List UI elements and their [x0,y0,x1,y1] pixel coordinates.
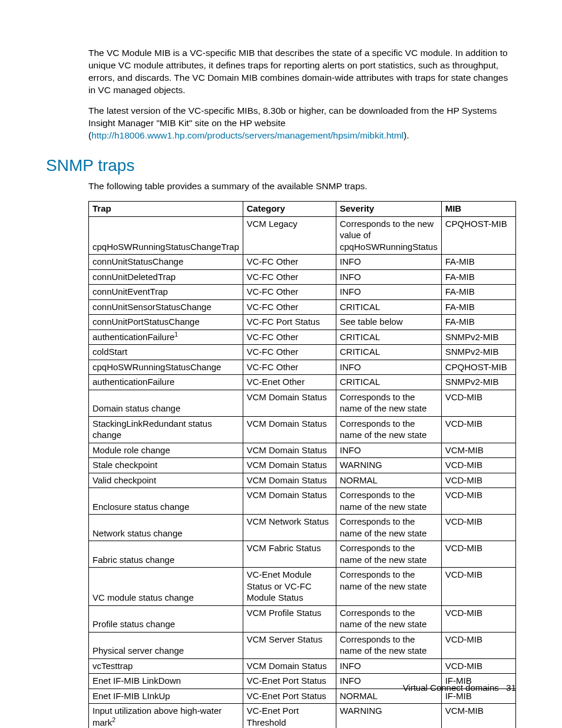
cell-category: VCM Domain Status [243,658,336,674]
paragraph-2: The latest version of the VC-specific MI… [88,105,516,142]
cell-severity: INFO [336,255,441,270]
cell-mib: VCD-MIB [441,390,515,416]
footnote-ref: 2 [112,716,115,723]
cell-mib: CPQHOST-MIB [441,360,515,375]
cell-category: VCM Network Status [243,515,336,541]
cell-category: VCM Domain Status [243,390,336,416]
cell-trap: vcTesttrap [89,658,243,674]
cell-trap: VC module status change [89,568,243,606]
cell-severity: CRITICAL [336,375,441,390]
table-row: connUnitSensorStatusChangeVC-FC OtherCRI… [89,299,516,315]
cell-severity: Corresponds to the name of the new state [336,605,441,632]
cell-severity: CRITICAL [336,299,441,315]
header-trap: Trap [89,202,243,217]
cell-mib: FA-MIB [441,255,515,270]
cell-severity: WARNING [336,704,441,728]
table-row: Physical server changeVCM Server StatusC… [89,632,516,658]
snmp-traps-table: Trap Category Severity MIB cpqHoSWRunnin… [88,201,516,728]
cell-trap: connUnitStatusChange [89,255,243,270]
table-row: VC module status changeVC-Enet Module St… [89,568,516,606]
header-mib: MIB [441,202,515,217]
cell-category: VCM Domain Status [243,473,336,488]
mibkit-link[interactable]: http://h18006.www1.hp.com/products/serve… [91,130,404,140]
cell-severity: NORMAL [336,473,441,488]
cell-trap: Domain status change [89,390,243,416]
paragraph-1: The VC Module MIB is a VC-specific MIB t… [88,47,516,97]
table-row: cpqHoSWRunningStatusChangeVC-FC OtherINF… [89,360,516,375]
table-row: vcTesttrapVCM Domain StatusINFOVCD-MIB [89,658,516,674]
cell-category: VC-Enet Port Status [243,674,336,689]
cell-trap: cpqHoSWRunningStatusChangeTrap [89,216,243,255]
cell-trap: Enet IF-MIB LinkDown [89,674,243,689]
cell-category: VC-FC Other [243,255,336,270]
cell-mib: VCD-MIB [441,515,515,541]
cell-trap: Fabric status change [89,541,243,568]
cell-category: VC-FC Other [243,285,336,300]
cell-severity: Corresponds to the name of the new state [336,416,441,443]
cell-mib: VCD-MIB [441,458,515,473]
cell-trap: Network status change [89,515,243,541]
footnote-ref: 1 [174,331,178,338]
table-row: Valid checkpointVCM Domain StatusNORMALV… [89,473,516,488]
table-row: authenticationFailureVC-Enet OtherCRITIC… [89,375,516,390]
cell-category: VC-FC Port Status [243,315,336,330]
cell-mib: VCD-MIB [441,488,515,515]
cell-trap: Input utilization above high-water mark2 [89,704,243,728]
table-row: connUnitPortStatusChangeVC-FC Port Statu… [89,315,516,330]
cell-severity: Corresponds to the name of the new state [336,568,441,606]
cell-category: VCM Domain Status [243,488,336,515]
cell-category: VCM Fabric Status [243,541,336,568]
header-category: Category [243,202,336,217]
table-row: connUnitStatusChangeVC-FC OtherINFOFA-MI… [89,255,516,270]
table-row: coldStartVC-FC OtherCRITICALSNMPv2-MIB [89,345,516,360]
cell-category: VC-Enet Port Status [243,689,336,704]
cell-mib: SNMPv2-MIB [441,375,515,390]
cell-category: VC-FC Other [243,360,336,375]
cell-severity: INFO [336,658,441,674]
table-row: connUnitEventTrapVC-FC OtherINFOFA-MIB [89,285,516,300]
cell-category: VCM Domain Status [243,443,336,458]
cell-severity: INFO [336,269,441,285]
table-row: Module role changeVCM Domain StatusINFOV… [89,443,516,458]
cell-category: VC-FC Other [243,269,336,285]
cell-severity: Corresponds to the new value of cpqHoSWR… [336,216,441,255]
cell-trap: connUnitDeletedTrap [89,269,243,285]
cell-severity: CRITICAL [336,345,441,360]
cell-trap: connUnitSensorStatusChange [89,299,243,315]
table-row: Fabric status changeVCM Fabric StatusCor… [89,541,516,568]
cell-trap: authenticationFailure1 [89,330,243,345]
cell-trap: Module role change [89,443,243,458]
cell-category: VCM Domain Status [243,458,336,473]
table-row: Input utilization above high-water mark2… [89,704,516,728]
table-row: connUnitDeletedTrapVC-FC OtherINFOFA-MIB [89,269,516,285]
cell-category: VCM Domain Status [243,416,336,443]
cell-trap: authenticationFailure [89,375,243,390]
cell-mib: VCM-MIB [441,704,515,728]
cell-category: VC-FC Other [243,330,336,345]
cell-mib: VCD-MIB [441,541,515,568]
cell-mib: FA-MIB [441,285,515,300]
cell-severity: WARNING [336,458,441,473]
cell-trap: Enet IF-MIB LInkUp [89,689,243,704]
cell-category: VCM Legacy [243,216,336,255]
cell-trap: Stale checkpoint [89,458,243,473]
cell-severity: Corresponds to the name of the new state [336,515,441,541]
table-row: Network status changeVCM Network StatusC… [89,515,516,541]
table-header-row: Trap Category Severity MIB [89,202,516,217]
table-row: Domain status changeVCM Domain StatusCor… [89,390,516,416]
table-row: cpqHoSWRunningStatusChangeTrapVCM Legacy… [89,216,516,255]
cell-mib: VCD-MIB [441,605,515,632]
table-row: Enclosure status changeVCM Domain Status… [89,488,516,515]
cell-category: VC-Enet Module Status or VC-FC Module St… [243,568,336,606]
cell-mib: FA-MIB [441,269,515,285]
cell-category: VC-FC Other [243,299,336,315]
table-row: authenticationFailure1VC-FC OtherCRITICA… [89,330,516,345]
section-heading: SNMP traps [46,154,516,177]
cell-category: VC-Enet Port Threshold [243,704,336,728]
cell-mib: VCD-MIB [441,632,515,658]
cell-mib: VCD-MIB [441,568,515,606]
cell-mib: FA-MIB [441,315,515,330]
cell-mib: FA-MIB [441,299,515,315]
cell-severity: INFO [336,360,441,375]
table-row: Profile status changeVCM Profile StatusC… [89,605,516,632]
